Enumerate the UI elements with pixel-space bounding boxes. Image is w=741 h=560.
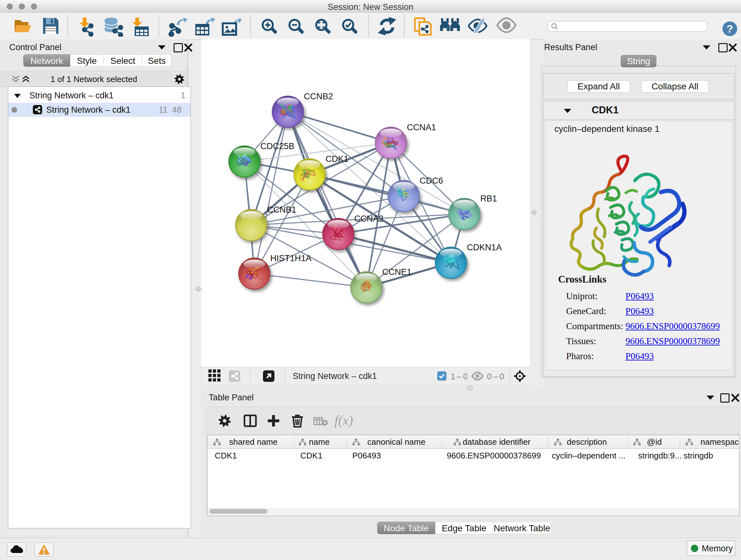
svg-text:CDC25B: CDC25B (260, 141, 294, 151)
svg-text:CCNB1: CCNB1 (267, 205, 296, 214)
svg-text:CCNB2: CCNB2 (304, 91, 333, 101)
svg-text:CDK1: CDK1 (326, 154, 348, 164)
svg-text:CDC6: CDC6 (420, 176, 443, 186)
svg-text:RB1: RB1 (480, 194, 497, 203)
svg-text:CDKN1A: CDKN1A (467, 243, 502, 252)
svg-text:CCNE1: CCNE1 (382, 267, 412, 277)
svg-text:CCNA1: CCNA1 (407, 123, 436, 132)
svg-text:HIST1H1A: HIST1H1A (270, 253, 312, 263)
svg-text:CCNA2: CCNA2 (354, 214, 384, 224)
